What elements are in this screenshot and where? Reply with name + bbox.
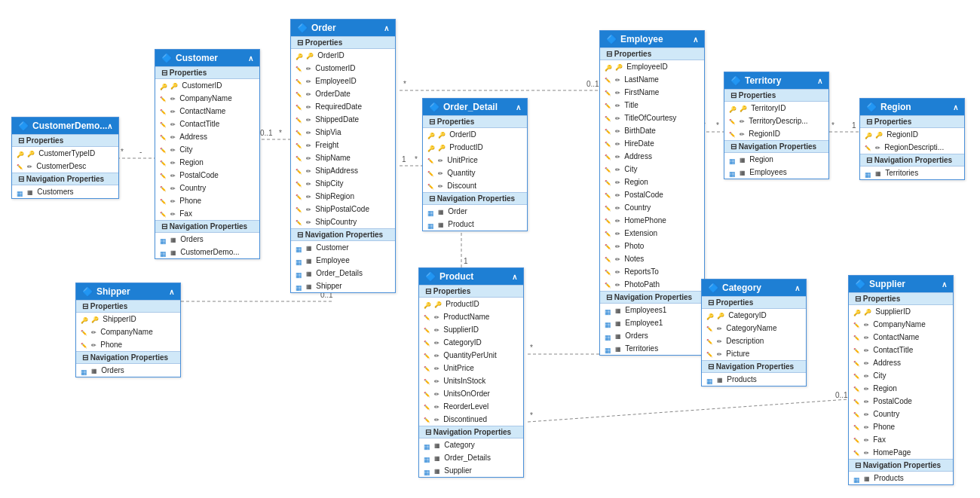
- field-order-shipaddress: ✏ ShipAddress: [291, 164, 395, 177]
- field-orderDetail-discount: ✏ Discount: [423, 179, 527, 192]
- svg-text:0..1: 0..1: [260, 129, 273, 137]
- field-category-categoryname: ✏ CategoryName: [702, 322, 806, 335]
- field-product-unitprice: ✏ UnitPrice: [419, 362, 523, 374]
- field-icon: ✏: [615, 128, 622, 135]
- entity-header-customer: 🔷Customer ∧: [155, 50, 259, 66]
- field-icon: ▦: [438, 209, 446, 215]
- field-icon: ✏: [438, 157, 445, 164]
- entity-title-supplier: 🔷Supplier: [855, 279, 905, 289]
- field-customer-country: ✏ Country: [155, 182, 259, 194]
- field-icon: ✏: [864, 437, 871, 444]
- field-icon: ▦: [615, 346, 623, 353]
- field-orderDetail-orderid: 🔑 OrderID: [423, 128, 527, 141]
- field-employee-titleofcourtesy: ✏ TitleOfCourtesy: [600, 112, 704, 124]
- field-icon: ✏: [717, 338, 724, 345]
- entity-customer: 🔷Customer ∧ ⊟ Properties🔑 CustomerID✏ Co…: [155, 49, 260, 259]
- field-icon: ▦: [306, 270, 314, 277]
- field-icon: 🔑: [27, 151, 36, 157]
- field-supplier-address: ✏ Address: [849, 356, 953, 369]
- field-icon: ✏: [306, 168, 313, 175]
- entity-title-region: 🔷Region: [866, 102, 911, 112]
- field-icon: ✏: [434, 353, 441, 359]
- section-header-territory: ⊟ Navigation Properties: [724, 140, 828, 153]
- entity-orderDetail: 🔷Order_Detail ∧ ⊟ Properties🔑 OrderID🔑 P…: [422, 98, 528, 231]
- field-orderDetail-productid: 🔑 ProductID: [423, 141, 527, 154]
- field-customer-orders: ▦ Orders: [155, 233, 259, 246]
- section-header-employee: ⊟ Navigation Properties: [600, 291, 704, 304]
- field-icon: ▦: [170, 249, 178, 256]
- field-territory-regionid: ✏ RegionID: [724, 127, 828, 140]
- field-employee-title: ✏ Title: [600, 99, 704, 112]
- entity-icon-customerDemo: 🔷: [18, 121, 29, 131]
- field-employee-notes: ✏ Notes: [600, 252, 704, 265]
- section-header-employee: ⊟ Properties: [600, 47, 704, 60]
- field-icon: ✏: [170, 108, 177, 115]
- field-icon: ✏: [615, 154, 622, 160]
- field-order-shipper: ▦ Shipper: [291, 280, 395, 292]
- entity-icon-customer: 🔷: [161, 53, 173, 63]
- field-order-customer: ▦ Customer: [291, 241, 395, 254]
- section-header-category: ⊟ Navigation Properties: [702, 360, 806, 373]
- field-icon: ✏: [740, 131, 746, 138]
- entity-arrows-order: ∧: [384, 24, 389, 32]
- field-product-category: ▦ Category: [419, 438, 523, 451]
- entity-icon-employee: 🔷: [606, 34, 617, 44]
- field-category-description: ✏ Description: [702, 335, 806, 347]
- field-orderDetail-unitprice: ✏ UnitPrice: [423, 154, 527, 167]
- section-header-customerDemo: ⊟ Properties: [12, 134, 118, 147]
- field-icon: ✏: [717, 325, 724, 332]
- diagram-canvas: * - 0..1 * 1 * * 1 * 0..1 0..1 * * * 1 *…: [0, 0, 980, 498]
- field-icon: ▦: [717, 377, 724, 383]
- field-icon: 🔑: [438, 132, 447, 139]
- field-order-customerid: ✏ CustomerID: [291, 62, 395, 75]
- field-supplier-contactname: ✏ ContactName: [849, 331, 953, 344]
- section-header-orderDetail: ⊟ Navigation Properties: [423, 192, 527, 205]
- field-territory-territoryid: 🔑 TerritoryID: [724, 102, 828, 115]
- field-icon: ✏: [615, 218, 622, 225]
- field-icon: ✏: [864, 335, 871, 341]
- entity-supplier: 🔷Supplier ∧ ⊟ Properties🔑 SupplierID✏ Co…: [848, 275, 954, 485]
- field-icon: ✏: [170, 121, 177, 128]
- entity-arrows-region: ∧: [953, 103, 958, 112]
- field-icon: ▦: [306, 245, 314, 252]
- entity-territory: 🔷Territory ∧ ⊟ Properties🔑 TerritoryID✏ …: [724, 72, 829, 179]
- field-product-order_details: ▦ Order_Details: [419, 451, 523, 464]
- entity-icon-orderDetail: 🔷: [429, 102, 440, 112]
- svg-text:*: *: [831, 121, 835, 130]
- entity-arrows-product: ∧: [512, 273, 517, 281]
- field-icon: ✏: [615, 77, 622, 84]
- field-icon: ✏: [434, 404, 441, 411]
- field-icon: ✏: [170, 198, 177, 205]
- svg-text:*: *: [403, 80, 406, 88]
- field-order-shipcountry: ✏ ShipCountry: [291, 215, 395, 228]
- entity-icon-category: 🔷: [708, 283, 719, 293]
- entity-region: 🔷Region ∧ ⊟ Properties🔑 RegionID✏ Region…: [859, 98, 965, 180]
- svg-text:*: *: [121, 148, 124, 156]
- field-icon: ✏: [864, 360, 871, 367]
- field-order-shipname: ✏ ShipName: [291, 151, 395, 164]
- field-customerDemo-customerdesc: ✏ CustomerDesc: [12, 160, 118, 173]
- field-icon: 🔑: [717, 313, 726, 319]
- svg-text:0..1: 0..1: [586, 80, 599, 88]
- entity-employee: 🔷Employee ∧ ⊟ Properties🔑 EmployeeID✏ La…: [599, 30, 705, 356]
- field-order-employeeid: ✏ EmployeeID: [291, 75, 395, 87]
- entity-header-customerDemo: 🔷CustomerDemo... ∧: [12, 118, 118, 134]
- section-header-order: ⊟ Navigation Properties: [291, 228, 395, 241]
- field-icon: ✏: [434, 314, 441, 321]
- section-header-orderDetail: ⊟ Properties: [423, 115, 527, 128]
- svg-text:0..1: 0..1: [835, 391, 848, 399]
- field-region-territories: ▦ Territories: [860, 167, 964, 179]
- field-shipper-companyname: ✏ CompanyName: [76, 325, 180, 338]
- entity-icon-territory: 🔷: [730, 75, 742, 86]
- section-header-shipper: ⊟ Properties: [76, 300, 180, 313]
- field-territory-region: ▦ Region: [724, 153, 828, 166]
- field-order-employee: ▦ Employee: [291, 254, 395, 267]
- field-icon: ✏: [306, 91, 313, 98]
- svg-text:-: -: [139, 148, 142, 156]
- field-icon: ✏: [615, 231, 622, 237]
- field-category-picture: ✏ Picture: [702, 347, 806, 360]
- field-product-productname: ✏ ProductName: [419, 310, 523, 323]
- field-supplier-phone: ✏ Phone: [849, 420, 953, 433]
- field-icon: ✏: [615, 269, 622, 276]
- entity-title-category: 🔷Category: [708, 283, 761, 293]
